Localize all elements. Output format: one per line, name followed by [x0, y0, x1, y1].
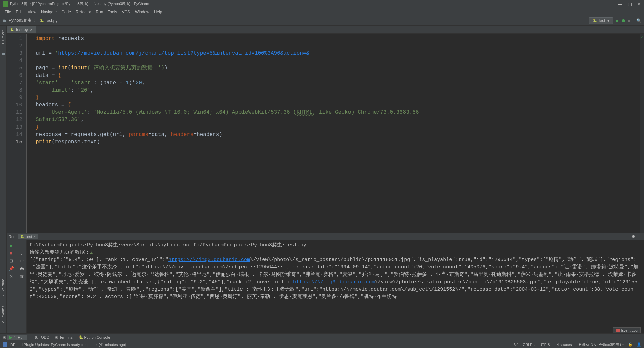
- gear-icon[interactable]: ⚙: [632, 234, 635, 239]
- menu-edit[interactable]: Edit: [14, 9, 25, 15]
- run-icon: ▶: [9, 335, 12, 340]
- sidebar-project[interactable]: 1: Project: [1, 28, 5, 46]
- menu-vcs[interactable]: VCS: [120, 9, 132, 15]
- inspection-ok-icon: ✔: [641, 35, 643, 39]
- info-icon[interactable]: i: [3, 342, 7, 347]
- rerun-button[interactable]: ▶: [8, 243, 14, 248]
- menu-navigate[interactable]: Navigate: [39, 9, 59, 15]
- lock-icon[interactable]: 🔒: [628, 342, 633, 347]
- line-number: 11: [7, 109, 22, 116]
- toolbelt-run[interactable]: ▶ 4: Run: [7, 335, 27, 340]
- toolbelt-todo[interactable]: ☰ 6: TODO: [27, 335, 52, 339]
- todo-icon: ☰: [30, 335, 33, 339]
- breadcrumb: 🖿 Python3爬虫 〉 🐍 test.py: [3, 18, 589, 23]
- minimize-icon[interactable]: —: [638, 234, 642, 239]
- line-number: 14: [7, 131, 22, 138]
- run-output[interactable]: F:\PycharmProjects\Python3爬虫\venv\Script…: [27, 240, 644, 333]
- error-stripe: ✔: [640, 34, 644, 233]
- left-tool-sidebar: 1: Project 🖿 7: Structure 2: Favorites: [0, 26, 7, 333]
- menu-run[interactable]: Run: [94, 9, 105, 15]
- sidebar-structure[interactable]: 7: Structure: [1, 277, 5, 298]
- line-number: 8: [7, 87, 22, 94]
- soft-wrap-button[interactable]: ↩: [19, 258, 25, 263]
- cursor-position[interactable]: 6:1: [514, 343, 519, 347]
- menu-code[interactable]: Code: [59, 9, 73, 15]
- breadcrumb-separator: 〉: [34, 18, 38, 23]
- python-icon: 🐍: [20, 235, 24, 238]
- pin-button[interactable]: 📌: [8, 266, 14, 271]
- dropdown-icon: ▾: [607, 18, 609, 23]
- close-button[interactable]: ✕: [8, 274, 14, 279]
- line-number: 4: [7, 57, 22, 64]
- tab-label: test.py: [16, 27, 28, 32]
- layout-button[interactable]: ⊞: [8, 258, 14, 263]
- status-bar: i IDE and Plugin Updates: PyCharm is rea…: [0, 341, 644, 348]
- breadcrumb-file[interactable]: test.py: [46, 18, 57, 23]
- run-tab-test[interactable]: 🐍 test ×: [18, 234, 38, 239]
- event-log-icon: [616, 329, 620, 332]
- toolbelt-python-console[interactable]: 🐍 Python Console: [76, 335, 113, 339]
- line-separator[interactable]: CRLF ÷: [523, 343, 535, 347]
- terminal-icon: ▣: [55, 335, 58, 339]
- breadcrumb-project[interactable]: Python3爬虫: [9, 18, 32, 23]
- hector-icon[interactable]: 👤: [637, 342, 641, 347]
- editor-tab-bar: 🐍 test.py ×: [7, 26, 644, 34]
- tool-windows-quick-access-icon[interactable]: ▣: [2, 335, 7, 339]
- line-number: 10: [7, 101, 22, 109]
- menu-bar: File Edit View Navigate Code Refactor Ru…: [0, 8, 644, 16]
- sidebar-favorites[interactable]: 2: Favorites: [1, 304, 5, 325]
- python-icon: 🐍: [79, 335, 83, 339]
- run-tool-window: Run: 🐍 test × ⚙ — ▶ ↑: [7, 233, 644, 333]
- event-log-label: Event Log: [621, 328, 638, 332]
- maximize-button[interactable]: ▢: [628, 1, 632, 7]
- output-user-input: 1: [90, 250, 93, 255]
- run-config-selector[interactable]: 🐍 test ▾: [589, 17, 613, 24]
- scroll-down-button[interactable]: ↓: [19, 251, 25, 256]
- line-number: 5: [7, 64, 22, 72]
- search-everywhere-icon[interactable]: 🔍: [636, 18, 641, 23]
- menu-help[interactable]: Help: [152, 9, 164, 15]
- minimize-button[interactable]: —: [618, 1, 622, 7]
- line-number: 9: [7, 94, 22, 101]
- output-link-1[interactable]: https:\/\/img3.doubanio.com: [168, 257, 250, 263]
- line-number: 3: [7, 50, 22, 57]
- code-editor[interactable]: 1 2 3 4 5 6 7 8 9 10 11 12 13 14 15 impo…: [7, 34, 644, 233]
- scroll-up-button[interactable]: ↑: [19, 243, 25, 248]
- code-content[interactable]: import requests url = 'https://movie.dou…: [33, 34, 640, 233]
- editor-tab-test[interactable]: 🐍 test.py ×: [7, 26, 36, 33]
- python-file-icon: 🐍: [40, 19, 44, 22]
- run-button[interactable]: ▶: [616, 18, 619, 23]
- file-encoding[interactable]: UTF-8 ÷: [539, 343, 553, 347]
- title-bar: Python3爬虫 [F:\PycharmProjects\Python3爬虫]…: [0, 0, 644, 8]
- status-message[interactable]: IDE and Plugin Updates: PyCharm is ready…: [9, 343, 126, 347]
- print-button[interactable]: 🖶: [19, 266, 25, 271]
- indent-setting[interactable]: 4 spaces ÷: [557, 343, 575, 347]
- toolbelt-terminal[interactable]: ▣ Terminal: [52, 335, 76, 339]
- window-title: Python3爬虫 [F:\PycharmProjects\Python3爬虫]…: [10, 1, 618, 6]
- output-json-1a: [{"rating":["9.4","50"],"rank":1,"cover_…: [30, 257, 168, 263]
- output-link-2[interactable]: https:\/\/img3.doubanio.com: [293, 279, 375, 285]
- stop-button[interactable]: ■: [628, 18, 630, 23]
- debug-button[interactable]: ⬢: [622, 18, 625, 23]
- stop-button[interactable]: ■: [8, 251, 14, 256]
- line-number: 12: [7, 116, 22, 123]
- close-button[interactable]: ✕: [637, 1, 641, 7]
- run-config-name: test: [599, 18, 605, 23]
- menu-window[interactable]: Window: [133, 9, 151, 15]
- python-icon: 🐍: [593, 19, 597, 22]
- event-log-button[interactable]: Event Log: [613, 327, 641, 333]
- menu-view[interactable]: View: [25, 9, 38, 15]
- close-icon[interactable]: ×: [33, 235, 35, 239]
- python-interpreter[interactable]: Python 3.6 (Python3爬虫) ÷: [579, 342, 624, 347]
- navigation-bar: 🖿 Python3爬虫 〉 🐍 test.py 🐍 test ▾ ▶ ⬢ ■ |…: [0, 16, 644, 26]
- line-number-gutter: 1 2 3 4 5 6 7 8 9 10 11 12 13 14 15: [7, 34, 27, 233]
- trash-button[interactable]: 🗑: [19, 274, 25, 279]
- run-header: Run: 🐍 test × ⚙ —: [7, 233, 644, 240]
- menu-refactor[interactable]: Refactor: [74, 9, 93, 15]
- line-number: 2: [7, 42, 22, 50]
- close-tab-icon[interactable]: ×: [30, 28, 32, 32]
- output-prompt: 请输入想要第几页的数据：: [30, 250, 90, 255]
- menu-file[interactable]: File: [3, 9, 13, 15]
- menu-tools[interactable]: Tools: [106, 9, 119, 15]
- folder-icon: 🖿: [3, 18, 7, 23]
